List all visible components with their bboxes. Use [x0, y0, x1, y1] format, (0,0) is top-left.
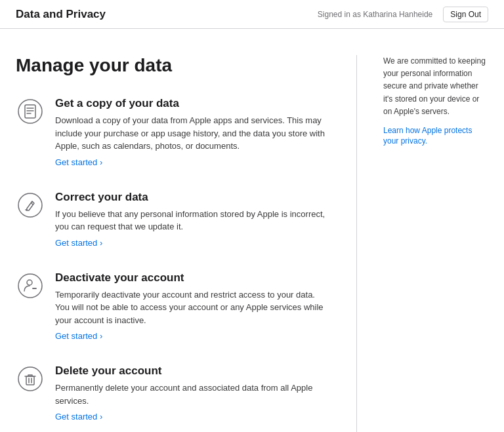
- right-column: We are committed to keeping your persona…: [357, 55, 488, 432]
- svg-line-7: [31, 203, 33, 205]
- header: Data and Privacy Signed in as Katharina …: [0, 0, 504, 29]
- section-copy-content: Get a copy of your data Download a copy …: [55, 97, 330, 167]
- section-deactivate-link[interactable]: Get started ›: [55, 331, 102, 341]
- section-delete-desc: Permanently delete your account and asso…: [55, 382, 330, 407]
- document-icon: [16, 97, 45, 126]
- privacy-learn-more-link[interactable]: Learn how Apple protects your privacy.: [383, 126, 472, 146]
- person-icon: [16, 271, 45, 300]
- svg-rect-1: [25, 105, 35, 118]
- page-title: Data and Privacy: [16, 8, 106, 21]
- svg-rect-11: [18, 367, 42, 391]
- sign-out-button[interactable]: Sign Out: [443, 7, 488, 22]
- manage-data-heading: Manage your data: [16, 55, 330, 76]
- main-content: Manage your data Get a copy of your data…: [0, 29, 504, 432]
- section-delete-link[interactable]: Get started ›: [55, 412, 102, 422]
- section-correct-desc: If you believe that any personal informa…: [55, 208, 330, 233]
- svg-rect-12: [26, 376, 34, 385]
- pencil-icon: [16, 191, 45, 220]
- section-correct-content: Correct your data If you believe that an…: [55, 191, 330, 248]
- svg-point-9: [27, 280, 32, 285]
- section-delete: Delete your account Permanently delete y…: [16, 364, 330, 422]
- section-deactivate-title: Deactivate your account: [55, 271, 330, 285]
- section-copy-title: Get a copy of your data: [55, 97, 330, 110]
- section-correct: Correct your data If you believe that an…: [16, 191, 330, 248]
- privacy-commitment-text: We are committed to keeping your persona…: [383, 55, 488, 118]
- svg-rect-0: [18, 100, 42, 123]
- section-deactivate-desc: Temporarily deactivate your account and …: [55, 288, 330, 327]
- section-correct-title: Correct your data: [55, 191, 330, 204]
- section-deactivate-content: Deactivate your account Temporarily deac…: [55, 271, 330, 342]
- section-delete-content: Delete your account Permanently delete y…: [55, 364, 330, 422]
- section-delete-title: Delete your account: [55, 364, 330, 378]
- trash-icon: [16, 364, 45, 393]
- section-copy-link[interactable]: Get started ›: [55, 157, 102, 167]
- signed-in-text: Signed in as Katharina Hanheide: [318, 10, 432, 19]
- svg-rect-5: [18, 193, 42, 217]
- svg-rect-8: [18, 274, 42, 298]
- left-column: Manage your data Get a copy of your data…: [16, 55, 357, 432]
- section-correct-link[interactable]: Get started ›: [55, 238, 102, 248]
- section-copy: Get a copy of your data Download a copy …: [16, 97, 330, 167]
- section-deactivate: Deactivate your account Temporarily deac…: [16, 271, 330, 342]
- section-copy-desc: Download a copy of your data from Apple …: [55, 114, 330, 153]
- header-right: Signed in as Katharina Hanheide Sign Out: [318, 7, 488, 22]
